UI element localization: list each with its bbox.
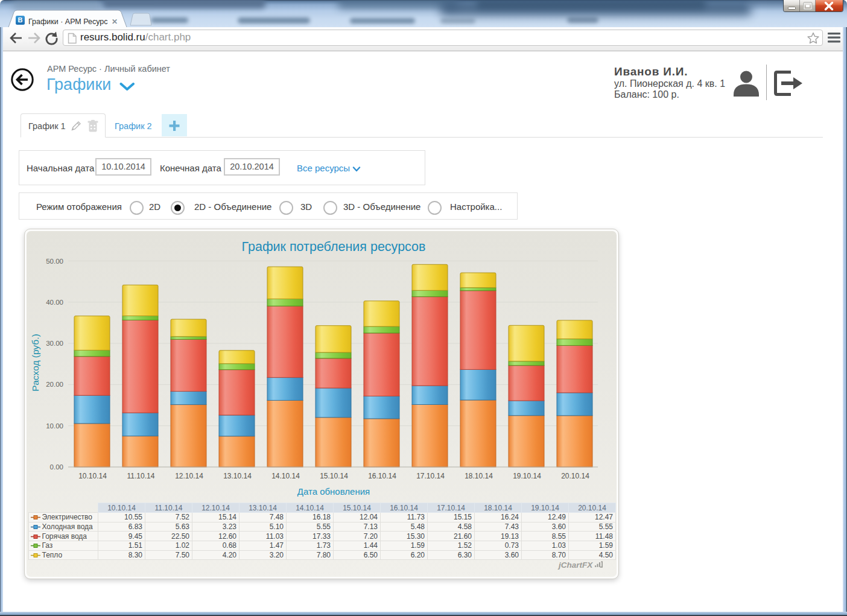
svg-text:18.10.14: 18.10.14 (465, 472, 493, 480)
svg-text:График потребления ресурсов: График потребления ресурсов (242, 240, 426, 254)
svg-text:50.00: 50.00 (46, 258, 63, 265)
svg-text:Расход (руб.): Расход (руб.) (30, 334, 40, 391)
svg-text:16.10.14: 16.10.14 (368, 472, 396, 480)
svg-text:14.10.14: 14.10.14 (271, 472, 300, 480)
svg-text:Дата обновления: Дата обновления (297, 486, 370, 497)
svg-text:19.10.14: 19.10.14 (513, 472, 541, 480)
svg-text:10.00: 10.00 (46, 422, 63, 430)
svg-text:20.00: 20.00 (46, 381, 63, 388)
svg-text:0.00: 0.00 (50, 463, 63, 471)
svg-text:40.00: 40.00 (46, 299, 63, 306)
svg-text:12.10.14: 12.10.14 (175, 472, 203, 480)
svg-text:13.10.14: 13.10.14 (223, 472, 252, 480)
svg-text:20.10.14: 20.10.14 (561, 472, 589, 480)
svg-text:11.10.14: 11.10.14 (127, 472, 155, 480)
svg-text:17.10.14: 17.10.14 (416, 472, 445, 480)
svg-text:15.10.14: 15.10.14 (320, 472, 348, 480)
svg-text:10.10.14: 10.10.14 (78, 472, 107, 480)
svg-text:30.00: 30.00 (46, 340, 63, 347)
